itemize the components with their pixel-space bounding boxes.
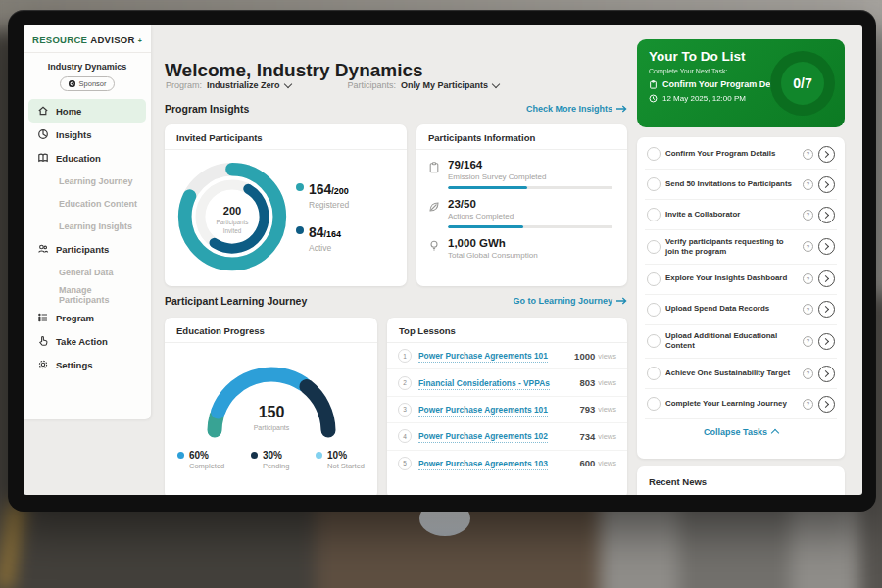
gauge-segment: [306, 386, 327, 430]
info-icon[interactable]: [803, 304, 813, 315]
info-row-actions: 23/50 Actions Completed: [428, 198, 615, 228]
sidebar-item-label: Learning Insights: [59, 221, 132, 231]
go-to-learning-journey-link[interactable]: Go to Learning Journey: [513, 296, 627, 306]
sidebar-item-label: Manage Participants: [59, 285, 137, 305]
views-unit: views: [598, 378, 616, 387]
todo-go-button[interactable]: [818, 396, 835, 413]
sidebar-item-learning-journey[interactable]: Learning Journey: [28, 170, 146, 192]
info-icon[interactable]: [803, 179, 813, 190]
info-icon[interactable]: [803, 149, 813, 160]
sidebar-item-participants[interactable]: Participants: [28, 237, 146, 261]
todo-checkbox[interactable]: [647, 397, 661, 411]
lesson-link[interactable]: Financial Considerations - VPPAs: [418, 378, 579, 388]
brand-primary: RESOURCE: [32, 34, 87, 45]
lesson-link[interactable]: Power Purchase Agreements 101: [418, 405, 579, 415]
todo-go-button[interactable]: [818, 146, 835, 163]
sidebar-item-take-action[interactable]: Take Action: [28, 329, 146, 353]
active-label: Active: [309, 243, 341, 253]
todo-go-button[interactable]: [818, 238, 835, 255]
sidebar-item-manage-participants[interactable]: Manage Participants: [28, 283, 146, 306]
todo-checkbox[interactable]: [647, 303, 661, 317]
collapse-label: Collapse Tasks: [704, 427, 767, 437]
lesson-link[interactable]: Power Purchase Agreements 103: [418, 459, 579, 468]
scene: RESOURCE ADVISOR + Industry Dynamics Spo…: [0, 0, 882, 588]
link-label: Go to Learning Journey: [513, 296, 612, 306]
invited-legend-dot: [296, 226, 304, 234]
todo-go-button[interactable]: [818, 207, 835, 223]
info-icon[interactable]: [803, 336, 813, 347]
legend-label: Not Started: [327, 462, 365, 470]
legend-item-completed: 60% Completed: [177, 450, 224, 470]
todo-checkbox[interactable]: [647, 147, 661, 161]
legend-pct: 30%: [263, 450, 282, 461]
lesson-views: 734: [579, 431, 595, 442]
sponsor-badge-label: Sponsor: [79, 79, 107, 88]
sidebar-item-learning-insights[interactable]: Learning Insights: [28, 215, 146, 237]
registered-label: Registered: [309, 200, 349, 210]
sidebar-item-label: Home: [56, 106, 81, 117]
card-title: Invited Participants: [165, 124, 407, 150]
todo-item: Send 50 Invitations to Participants: [645, 170, 837, 200]
sidebar-item-label: Education Content: [59, 199, 137, 209]
todo-go-button[interactable]: [818, 366, 835, 382]
check-more-insights-link[interactable]: Check More Insights: [526, 104, 627, 114]
book-icon: [37, 152, 49, 164]
participants-select[interactable]: Participants: Only My Participants: [348, 80, 500, 90]
brand-secondary: ADVISOR: [90, 34, 134, 45]
lesson-link[interactable]: Power Purchase Agreements 102: [418, 431, 579, 441]
card-title: Top Lessons: [387, 318, 627, 343]
home-icon: [37, 105, 49, 117]
todo-go-button[interactable]: [818, 301, 835, 318]
info-icon[interactable]: [803, 273, 813, 284]
sidebar-item-home[interactable]: Home: [28, 99, 146, 122]
todo-checkbox[interactable]: [647, 367, 661, 380]
todo-go-button[interactable]: [818, 270, 835, 287]
sidebar-item-label: Education: [56, 153, 101, 164]
chevron-down-icon: [283, 79, 291, 87]
sidebar-item-insights[interactable]: Insights: [28, 122, 146, 146]
todo-checkbox[interactable]: [647, 240, 661, 254]
progress-track: [448, 186, 612, 190]
todo-item: Verify participants requesting to join t…: [645, 230, 837, 265]
todo-item: Upload Additional Educational Content: [645, 325, 837, 360]
todo-checkbox[interactable]: [647, 208, 661, 221]
clock-icon: [649, 94, 658, 103]
monitor-bezel: RESOURCE ADVISOR + Industry Dynamics Spo…: [8, 10, 876, 512]
todo-summary-card: Your To Do List Complete Your Next Task:…: [637, 39, 845, 127]
program-select[interactable]: Program: Industrialize Zero: [166, 80, 291, 90]
todo-item-label: Explore Your Insights Dashboard: [665, 273, 798, 283]
info-icon[interactable]: [803, 399, 813, 410]
todo-item-label: Achieve One Sustainability Target: [665, 368, 798, 378]
info-icon[interactable]: [803, 241, 813, 252]
leaf-icon: [428, 201, 440, 213]
collapse-tasks-link[interactable]: Collapse Tasks: [645, 419, 837, 437]
active-value: 84: [309, 224, 324, 240]
list-icon: [37, 312, 49, 323]
lesson-link[interactable]: Power Purchase Agreements 101: [418, 351, 574, 361]
sidebar-item-general-data[interactable]: General Data: [28, 261, 146, 283]
todo-checkbox[interactable]: [647, 272, 661, 286]
recent-news-card: Recent News: [637, 466, 845, 495]
todo-go-button[interactable]: [818, 176, 835, 193]
todo-go-button[interactable]: [818, 333, 835, 350]
sidebar: RESOURCE ADVISOR + Industry Dynamics Spo…: [24, 25, 151, 419]
sidebar-item-program[interactable]: Program: [28, 306, 146, 329]
todo-checkbox[interactable]: [647, 334, 661, 348]
dashboard-screen: RESOURCE ADVISOR + Industry Dynamics Spo…: [24, 25, 862, 495]
info-icon[interactable]: [803, 368, 813, 379]
sidebar-item-label: Take Action: [56, 336, 108, 347]
legend-item-pending: 30% Pending: [251, 450, 290, 470]
lesson-row: 2 Financial Considerations - VPPAs 803 v…: [387, 369, 627, 396]
info-icon[interactable]: [803, 210, 813, 220]
arrow-right-icon: [616, 105, 627, 113]
legend-item-registered: 164/200 Registered: [296, 180, 349, 210]
todo-progress-value: 0/7: [793, 75, 811, 91]
info-label: Total Global Consumption: [448, 251, 615, 260]
sidebar-item-education-content[interactable]: Education Content: [28, 192, 146, 215]
todo-checkbox[interactable]: [647, 177, 661, 191]
sidebar-item-settings[interactable]: Settings: [28, 353, 146, 376]
gauge-center-value: 150: [258, 404, 284, 420]
people-icon: [37, 243, 49, 255]
sidebar-item-education[interactable]: Education: [28, 146, 146, 170]
views-unit: views: [598, 459, 616, 467]
